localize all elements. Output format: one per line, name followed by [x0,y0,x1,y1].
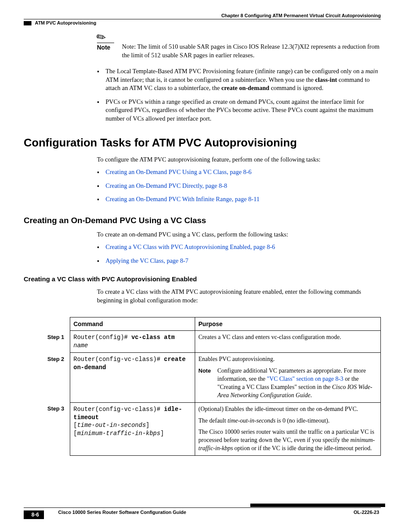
page-footer: Cisco 10000 Series Router Software Confi… [24,507,381,515]
list-item: Creating an On-Demand PVC Directly, page… [97,182,381,190]
col-header-command: Command [70,317,195,331]
inline-note-text: Configure additional VC parameters as ap… [218,367,377,400]
step-label: Step 1 [47,331,70,353]
xref-link[interactable]: Creating an On-Demand PVC With Infinite … [106,196,259,202]
running-header-section: ATM PVC Autoprovisioning [24,20,381,25]
list-item: PVCs or PVCs within a range specified as… [97,98,381,123]
step-label: Step 3 [47,402,70,455]
command-cell: Router(config-vc-class)# create on-deman… [70,353,195,402]
xref-link[interactable]: "VC Class" section on page 8-3 [267,376,343,382]
list-item: Creating an On-Demand PVC Using a VC Cla… [97,168,381,177]
note-label: Note [97,43,114,51]
table-row: Step 1 Router(config)# vc-class atm name… [47,331,381,353]
subtask-link-list: Creating a VC Class with PVC Autoprovisi… [24,243,381,265]
intro-paragraph: To create a VC class with the ATM PVC au… [97,288,381,305]
table-row: Step 3 Router(config-vc-class)# idle-tim… [47,402,381,455]
inline-note-label: Note [199,367,217,375]
heading-config-tasks: Configuration Tasks for ATM PVC Autoprov… [24,136,381,149]
note-block: ✎ Note Note: The limit of 510 usable SAR… [24,43,381,59]
list-item: Applying the VC Class, page 8-7 [97,257,381,265]
xref-link[interactable]: Applying the VC Class, page 8-7 [106,257,188,264]
note-text: Note: The limit of 510 usable SAR pages … [122,43,381,59]
command-table: Command Purpose Step 1 Router(config)# v… [47,317,381,456]
footer-doc-id: OL-2226-23 [354,508,381,515]
list-item: Creating an On-Demand PVC With Infinite … [97,195,381,204]
page-number-badge: 8-6 [24,510,44,519]
xref-link[interactable]: Creating an On-Demand PVC Using a VC Cla… [106,168,252,175]
intro-paragraph: To create an on-demand PVC using a VC cl… [97,230,381,239]
purpose-cell: (Optional) Enables the idle-timeout time… [195,402,381,455]
purpose-cell: Enables PVC autoprovisioning. Note Confi… [195,353,381,402]
running-header-chapter: Chapter 8 Configuring ATM Permanent Virt… [24,13,381,19]
footer-accent-bar [250,504,382,507]
command-cell: Router(config)# vc-class atm name [70,331,195,353]
col-header-purpose: Purpose [195,317,381,331]
restrictions-list: The Local Template-Based ATM PVC Provisi… [24,67,381,123]
list-item: Creating a VC Class with PVC Autoprovisi… [97,243,381,252]
xref-link[interactable]: Creating a VC Class with PVC Autoprovisi… [106,243,275,250]
footer-doc-title: Cisco 10000 Series Router Software Confi… [58,508,186,515]
command-cell: Router(config-vc-class)# idle-timeout [t… [70,402,195,455]
table-corner [47,317,70,331]
heading-create-vc-class: Creating a VC Class with PVC Autoprovisi… [24,275,381,283]
intro-paragraph: To configure the ATM PVC autoprovisionin… [97,156,381,164]
purpose-cell: Creates a VC class and enters vc-class c… [195,331,381,353]
list-item: The Local Template-Based ATM PVC Provisi… [97,67,381,93]
task-link-list: Creating an On-Demand PVC Using a VC Cla… [24,168,381,204]
heading-vc-class: Creating an On-Demand PVC Using a VC Cla… [24,216,381,225]
table-row: Step 2 Router(config-vc-class)# create o… [47,353,381,402]
xref-link[interactable]: Creating an On-Demand PVC Directly, page… [106,182,227,189]
step-label: Step 2 [47,353,70,402]
